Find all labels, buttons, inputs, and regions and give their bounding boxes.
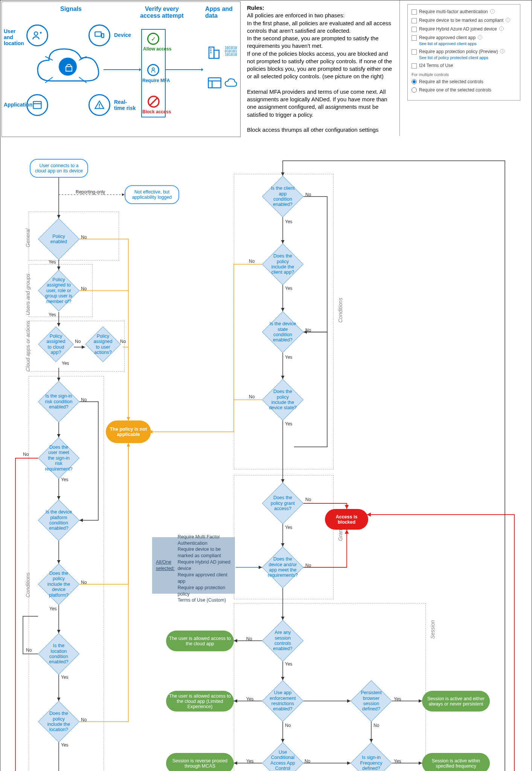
svg-point-14 (152, 68, 154, 70)
lbl-compliant: Require device to be marked as compliant (419, 18, 503, 23)
lbl-yes: Yes (285, 661, 293, 667)
node-signin-meet: Does the user meet the sign-in risk requ… (38, 437, 79, 479)
node-start: User connects to a cloud app on its devi… (30, 159, 88, 178)
lbl-yes: Yes (285, 355, 293, 360)
info-icon[interactable]: i (499, 26, 504, 31)
node-location-enabled: Is the location condition enabled? (38, 633, 79, 675)
page-container: Signals Verify every access attempt Apps… (0, 0, 532, 771)
risk-label: Real-time risk (114, 99, 137, 111)
node-policy-cloudapp: Policy assigned to cloud app? (38, 326, 74, 362)
lbl-no: No (246, 636, 252, 641)
allow-icon: ✓ (147, 33, 159, 45)
lbl-yes: Yes (285, 219, 293, 224)
lbl-protection: Require app protection policy (Preview) (419, 49, 498, 54)
node-not-effective: Not effective, but applicability logged (125, 185, 179, 204)
rules-p5: External MFA providers and terms of use … (247, 88, 387, 118)
lbl-hybrid: Require Hybrid Azure AD joined device (419, 26, 497, 32)
lbl-yes: Yes (49, 312, 56, 317)
node-not-applicable: The policy is not applicable (106, 421, 151, 443)
lbl-no: No (305, 497, 311, 502)
link-approved[interactable]: See list of approved client apps (419, 41, 516, 46)
lbl-no: No (81, 235, 87, 240)
verify-heading: Verify every access attempt (136, 6, 188, 19)
checkbox-protection[interactable] (412, 49, 417, 55)
block-icon (147, 95, 160, 110)
info-icon[interactable]: i (500, 49, 505, 53)
lbl-no: No (75, 339, 81, 344)
rules-p6: Block access thrumps all other configura… (247, 126, 378, 133)
lbl-no: No (81, 717, 87, 722)
info-icon[interactable]: i (490, 9, 495, 14)
lbl-yes: Yes (285, 286, 293, 291)
node-session-enabled: Are any session controls enabled? (262, 620, 303, 661)
rules-box: Rules: All policies are enforced in two … (242, 0, 400, 136)
allow-label: Allow access (143, 46, 171, 52)
node-signin-enabled: Is the sign-in risk condition enabled? (38, 381, 79, 422)
node-location-include: Does the policy include the location? (38, 701, 79, 742)
lbl-yes: Yes (285, 525, 293, 530)
grant-settings-panel: Require multi-factor authenticationi Req… (407, 4, 520, 101)
lbl-reporting: Reporting-only (76, 189, 105, 195)
checkbox-mfa[interactable] (412, 9, 417, 15)
node-platform-include: Does the policy include the device platf… (38, 564, 79, 605)
lbl-mfa: Require multi-factor authentication (419, 9, 488, 14)
window-icon (207, 75, 222, 90)
svg-marker-13 (139, 68, 141, 71)
device-label: Device (114, 32, 131, 38)
flowchart: General Users and groups Cloud apps or a… (0, 138, 532, 771)
top-row: Signals Verify every access attempt Apps… (0, 0, 532, 138)
checkbox-terms[interactable] (412, 63, 417, 69)
rules-p2: In the first phase, all policies are eva… (247, 20, 391, 34)
svg-rect-3 (34, 102, 41, 109)
node-blocked: Access is blocked (325, 509, 368, 530)
application-label: Application (4, 102, 32, 108)
block-label: Block access (142, 109, 171, 114)
node-caac: Use Conditional Access App Control enabl… (262, 742, 303, 771)
node-platform-enabled: Is the device platform condition enabled… (38, 500, 79, 541)
node-client-enabled: Is the client app condition enabled? (262, 176, 303, 217)
node-meet-req: Does the device and/or app meet the requ… (262, 547, 303, 588)
radio-all[interactable] (412, 79, 417, 84)
mfa-icon (147, 64, 159, 76)
apps-heading: Apps and data (205, 6, 240, 19)
lbl-no: No (81, 580, 87, 585)
node-freq: Is sign-in Frequency defined? (351, 742, 392, 771)
link-protection[interactable]: See list of policy protected client apps (419, 55, 516, 60)
lbl-yes: Yes (394, 759, 401, 764)
node-mcas: Session is reverse proxied through MCAS (166, 753, 234, 771)
node-app-enforce: Use app enforcement restrictions enabled… (262, 680, 303, 722)
lbl-no: No (81, 397, 87, 402)
node-allowed: The user is allowed access to the cloud … (166, 631, 234, 651)
lbl-yes: Yes (394, 696, 401, 702)
info-icon[interactable]: i (478, 35, 482, 40)
lbl-no: No (23, 452, 29, 457)
node-grant-access: Does the policy grant access? (262, 483, 303, 524)
checkbox-hybrid[interactable] (412, 27, 417, 32)
signals-heading: Signals (60, 6, 82, 12)
info-icon[interactable]: i (506, 18, 510, 22)
svg-point-0 (34, 32, 38, 35)
cloud-icon (32, 40, 107, 100)
lbl-yes: Yes (49, 259, 56, 265)
lbl-no: No (305, 759, 310, 764)
rules-p1: All policies are enforced in two phases: (247, 12, 345, 18)
node-req-info: All/One selected: Require Multi Factor A… (152, 537, 235, 594)
svg-line-11 (79, 77, 87, 83)
radio-one[interactable] (412, 87, 417, 93)
rules-p4: If one of the policies blocks access, yo… (247, 50, 392, 80)
lbl-no: No (305, 328, 311, 333)
arrow-to-apps (166, 68, 203, 72)
lbl-no: No (305, 192, 311, 197)
mfa-label: Require MFA (142, 78, 170, 83)
checkbox-compliant[interactable] (412, 18, 417, 23)
lbl-yes: Yes (61, 742, 69, 748)
multiple-heading: For multiple controls (412, 72, 516, 77)
node-persistent: Persistent browser session defined? (351, 680, 392, 722)
lbl-no: No (249, 259, 255, 264)
rules-p3: In the second phase, you are prompted to… (247, 35, 378, 49)
lbl-no: No (26, 648, 32, 653)
svg-marker-18 (201, 68, 203, 71)
rules-title: Rules: (247, 5, 264, 11)
cloud-small-icon (224, 77, 238, 88)
checkbox-approved[interactable] (412, 35, 417, 41)
